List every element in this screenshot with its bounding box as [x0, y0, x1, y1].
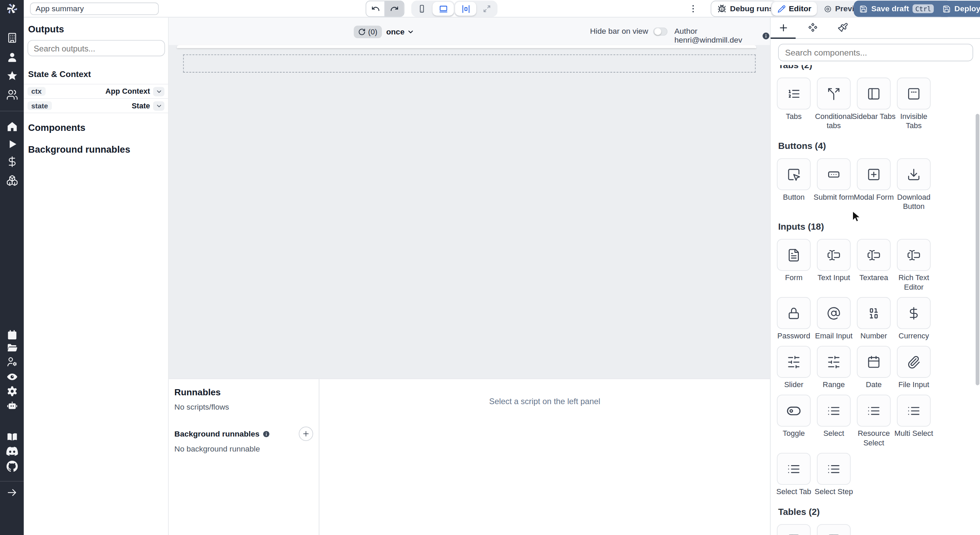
component-card-number[interactable]: Number: [857, 297, 891, 341]
refresh-mode-select[interactable]: once: [386, 26, 414, 38]
component-card-toggle[interactable]: Toggle: [777, 394, 811, 448]
windmill-logo-icon[interactable]: [5, 2, 19, 16]
toggle-left-icon[interactable]: [777, 394, 811, 426]
component-card-table[interactable]: [817, 524, 851, 535]
text-cursor-input-icon[interactable]: [817, 239, 851, 271]
tab-insert-component[interactable]: [771, 18, 795, 38]
at-sign-icon[interactable]: [817, 297, 851, 329]
panel-left-icon[interactable]: [857, 78, 891, 110]
square-plus-icon[interactable]: [857, 158, 891, 190]
info-icon[interactable]: [762, 32, 770, 40]
table-icon[interactable]: [817, 524, 851, 535]
tab-theme-paintbrush[interactable]: [830, 18, 855, 38]
component-card-rich-text-editor[interactable]: Rich Text Editor: [897, 239, 931, 292]
binary-icon[interactable]: [857, 297, 891, 329]
text-cursor-input-icon[interactable]: [897, 239, 931, 271]
paperclip-icon[interactable]: [897, 346, 931, 378]
component-card-table[interactable]: [777, 524, 811, 535]
sidebar-item-folder-icon[interactable]: [6, 342, 18, 354]
undo-button[interactable]: [366, 1, 385, 17]
sidebar-item-dollar-icon[interactable]: [6, 155, 18, 168]
refresh-count-button[interactable]: (0): [354, 26, 382, 38]
list-icon[interactable]: [897, 394, 931, 426]
app-canvas[interactable]: [169, 45, 770, 378]
file-text-icon[interactable]: [777, 239, 811, 271]
redo-button[interactable]: [385, 1, 404, 17]
list-icon[interactable]: [817, 453, 851, 485]
component-card-password[interactable]: Password: [777, 297, 811, 341]
mobile-view-button[interactable]: [412, 2, 431, 16]
component-card-select-tab[interactable]: Select Tab: [777, 453, 811, 497]
list-icon[interactable]: [817, 394, 851, 426]
component-card-modal-form[interactable]: Modal Form: [857, 158, 891, 211]
component-card-currency[interactable]: Currency: [897, 297, 931, 341]
debug-runs-button[interactable]: Debug runs: [711, 1, 780, 17]
component-sections-scroll[interactable]: Tabs (2)TabsConditional tabsSidebar Tabs…: [771, 65, 980, 535]
sidebar-item-discord-icon[interactable]: [6, 445, 18, 457]
text-cursor-input-icon[interactable]: [857, 239, 891, 271]
component-card-invisible-tabs[interactable]: Invisible Tabs: [897, 78, 931, 131]
table-icon[interactable]: [777, 524, 811, 535]
sidebar-item-star-icon[interactable]: [6, 70, 18, 82]
fullscreen-icon[interactable]: [477, 2, 496, 16]
list-icon[interactable]: [777, 453, 811, 485]
more-options-menu-icon[interactable]: [687, 1, 699, 17]
chevron-down-icon[interactable]: [153, 101, 164, 110]
ellipsis-box-icon[interactable]: [817, 158, 851, 190]
search-components-input[interactable]: [778, 44, 973, 61]
sliders-icon[interactable]: [817, 346, 851, 378]
sidebar-item-book-open-icon[interactable]: [6, 430, 18, 443]
sidebar-item-play-icon[interactable]: [6, 138, 18, 150]
sidebar-item-boxes-icon[interactable]: [6, 174, 18, 187]
component-card-slider[interactable]: Slider: [777, 346, 811, 390]
add-background-runnable-button[interactable]: [299, 426, 313, 441]
component-card-resource-select[interactable]: Resource Select: [857, 394, 891, 448]
component-card-submit-form[interactable]: Submit form: [817, 158, 851, 211]
component-card-multi-select[interactable]: Multi Select: [897, 394, 931, 448]
list-icon[interactable]: [857, 394, 891, 426]
sidebar-item-home-icon[interactable]: [6, 120, 18, 133]
split-icon[interactable]: [817, 78, 851, 110]
search-outputs-input[interactable]: [28, 40, 165, 56]
component-card-download-button[interactable]: Download Button: [897, 158, 931, 211]
component-card-form[interactable]: Form: [777, 239, 811, 292]
download-icon[interactable]: [897, 158, 931, 190]
component-card-sidebar-tabs[interactable]: Sidebar Tabs: [857, 78, 891, 131]
calendar-days-icon[interactable]: [857, 346, 891, 378]
component-card-email-input[interactable]: Email Input: [817, 297, 851, 341]
deploy-button[interactable]: Deploy: [937, 1, 980, 17]
sidebar-item-users-icon[interactable]: [6, 88, 18, 101]
hide-bar-toggle[interactable]: [653, 27, 667, 35]
lock-icon[interactable]: [777, 297, 811, 329]
sidebar-item-settings-icon[interactable]: [6, 385, 18, 397]
component-card-tabs[interactable]: Tabs: [777, 78, 811, 131]
sidebar-item-building-icon[interactable]: [6, 31, 18, 44]
output-row-ctx[interactable]: ctx App Context: [24, 84, 168, 98]
sidebar-item-arrow-right-icon[interactable]: [6, 486, 18, 498]
component-card-conditional-tabs[interactable]: Conditional tabs: [817, 78, 851, 131]
component-card-select[interactable]: Select: [817, 394, 851, 448]
sidebar-item-eye-icon[interactable]: [6, 371, 18, 383]
square-mouse-pointer-icon[interactable]: [777, 158, 811, 190]
sidebar-item-user-cog-icon[interactable]: [6, 355, 18, 368]
component-card-button[interactable]: Button: [777, 158, 811, 211]
component-card-select-step[interactable]: Select Step: [817, 453, 851, 497]
center-canvas-button[interactable]: [455, 2, 476, 16]
sidebar-item-github-icon[interactable]: [6, 460, 18, 472]
panel-top-dashed-icon[interactable]: [897, 78, 931, 110]
chevron-down-icon[interactable]: [153, 86, 164, 96]
component-card-text-input[interactable]: Text Input: [817, 239, 851, 292]
sidebar-item-calendar-icon[interactable]: [6, 329, 18, 341]
tab-editor[interactable]: Editor: [772, 2, 817, 16]
desktop-view-button[interactable]: [433, 2, 453, 16]
component-card-date[interactable]: Date: [857, 346, 891, 390]
component-card-file-input[interactable]: File Input: [897, 346, 931, 390]
tab-components-settings[interactable]: [800, 18, 825, 38]
scrollbar-thumb[interactable]: [975, 114, 979, 385]
component-dropzone[interactable]: [183, 54, 756, 73]
app-summary-input[interactable]: [30, 2, 159, 15]
dollar-icon[interactable]: [897, 297, 931, 329]
sidebar-item-bot-icon[interactable]: [6, 399, 18, 412]
component-card-range[interactable]: Range: [817, 346, 851, 390]
sliders-icon[interactable]: [777, 346, 811, 378]
